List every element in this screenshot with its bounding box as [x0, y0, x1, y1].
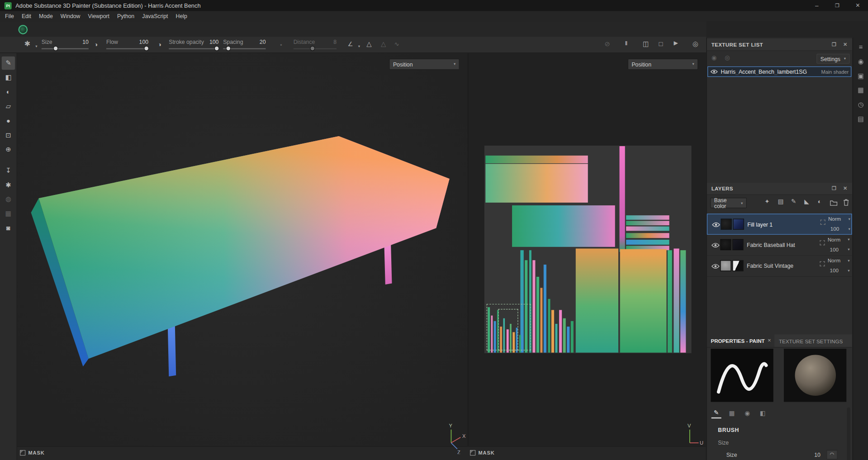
- settings-tool[interactable]: ✱: [2, 178, 15, 191]
- paint-tool[interactable]: ✎: [2, 57, 15, 70]
- blend-mode-select[interactable]: Norm ▾: [828, 237, 850, 242]
- add-paint-layer-icon[interactable]: ▤: [778, 199, 784, 204]
- eraser-tool[interactable]: ◧: [2, 71, 15, 84]
- layer-thumbnail[interactable]: [720, 239, 731, 250]
- uv-view-toggle-icon[interactable]: ◎: [725, 55, 730, 61]
- smudge-tool[interactable]: ●: [2, 114, 15, 127]
- screenshot-camera-icon[interactable]: ◎: [693, 40, 698, 47]
- tab-close-icon[interactable]: ✕: [768, 338, 771, 343]
- mask-icon[interactable]: [470, 450, 475, 455]
- opacity-select[interactable]: 100 ▾: [830, 247, 850, 252]
- export-tool[interactable]: ↧: [2, 164, 15, 177]
- shader-settings-icon[interactable]: ◉: [853, 55, 868, 67]
- layer-row-fabric-baseball-hat[interactable]: Fabric Baseball Hat Norm ▾ 100 ▾: [707, 235, 852, 256]
- detach-panel-icon[interactable]: ❐: [832, 186, 836, 191]
- group-folder-icon[interactable]: [830, 199, 838, 206]
- close-panel-icon[interactable]: ✕: [843, 186, 848, 191]
- channel-select-3d[interactable]: Position ▾: [389, 59, 459, 70]
- add-effect-icon[interactable]: ✦: [764, 199, 769, 204]
- clone-tool[interactable]: ⊡: [2, 128, 15, 142]
- blend-mode-select[interactable]: Norm ▾: [828, 257, 850, 263]
- texture-set-row[interactable]: Harris_Accent_Bench_lambert1SG Main shad…: [707, 66, 851, 77]
- texture-set-settings-dropdown[interactable]: Settings ▾: [816, 54, 849, 64]
- detach-panel-icon[interactable]: ❐: [832, 42, 836, 47]
- spacing-slider[interactable]: [223, 45, 266, 52]
- viewport-2d[interactable]: Position ▾: [468, 53, 706, 460]
- menu-viewport[interactable]: Viewport: [84, 13, 114, 19]
- texture-set-settings-icon[interactable]: ▣: [853, 70, 868, 82]
- channel-select-2d[interactable]: Position ▾: [628, 59, 698, 70]
- split-view-icon[interactable]: ◫: [643, 40, 649, 47]
- angle-chevron-icon[interactable]: ▾: [358, 44, 360, 49]
- brush-alpha-chevron-icon[interactable]: ▾: [35, 44, 37, 49]
- layer-mask-thumbnail[interactable]: [732, 239, 743, 250]
- opacity-value: 100: [830, 267, 839, 273]
- layer-row-fabric-suit-vintage[interactable]: Fabric Suit Vintage Norm ▾ 100 ▾: [707, 256, 852, 277]
- eye-icon[interactable]: [710, 69, 718, 74]
- minimize-button[interactable]: –: [806, 0, 827, 11]
- subtab-stencil-icon[interactable]: ◉: [742, 408, 752, 418]
- stroke-opacity-slider[interactable]: [169, 45, 218, 52]
- maximize-button[interactable]: ❐: [827, 0, 847, 11]
- material-view-toggle-icon[interactable]: ◉: [711, 55, 717, 61]
- subtab-brush-icon[interactable]: ✎: [711, 408, 721, 418]
- distance-dot-icon: •: [280, 43, 282, 48]
- opacity-select[interactable]: 100 ▾: [830, 226, 850, 232]
- flow-parameter: Flow100: [106, 39, 148, 52]
- menu-help[interactable]: Help: [172, 13, 191, 19]
- tab-texture-set-settings[interactable]: TEXTURE SET SETTINGS: [779, 338, 843, 344]
- close-button[interactable]: ✕: [848, 0, 868, 11]
- flow-slider[interactable]: [106, 45, 148, 52]
- mask-icon[interactable]: [20, 450, 25, 455]
- opacity-select[interactable]: 100 ▾: [830, 267, 850, 273]
- tool-options-bar: ✱ ▾ Size10 ◑ Flow100 ◑ Stroke opacity100…: [0, 37, 707, 53]
- history-icon[interactable]: ◷: [853, 99, 868, 111]
- properties-scrollbar-track[interactable]: [847, 408, 850, 460]
- size-slider[interactable]: [42, 45, 89, 52]
- layer-mask-thumbnail[interactable]: [732, 260, 743, 271]
- symmetry-icon[interactable]: △: [366, 40, 371, 47]
- add-brush-icon[interactable]: ✎: [791, 199, 796, 204]
- add-mask-icon[interactable]: ◐: [818, 199, 821, 204]
- pause-engine-icon[interactable]: ‖: [625, 40, 628, 46]
- menu-javascript[interactable]: JavaScript: [138, 13, 172, 19]
- flow-falloff-icon[interactable]: ◑: [94, 42, 98, 47]
- layer-row-fill-layer-1[interactable]: Fill layer 1 Norm ▾ 100 ▾: [707, 213, 852, 235]
- layer-thumbnail[interactable]: [720, 260, 731, 271]
- log-icon[interactable]: ▤: [853, 113, 868, 125]
- assets-panel-icon[interactable]: ▦: [853, 84, 868, 96]
- blend-mode-select[interactable]: Norm ▾: [828, 216, 850, 222]
- uv-island-strip: [626, 227, 669, 231]
- close-panel-icon[interactable]: ✕: [843, 42, 848, 47]
- trash-icon[interactable]: [843, 199, 849, 206]
- eye-icon[interactable]: [711, 264, 720, 269]
- projection-tool[interactable]: ◐: [2, 85, 15, 98]
- subtab-alpha-icon[interactable]: ▦: [727, 408, 737, 418]
- video-capture-icon[interactable]: ▶: [674, 40, 678, 46]
- display-tool[interactable]: ◙: [2, 222, 15, 235]
- add-fill-layer-icon[interactable]: ◣: [804, 199, 809, 204]
- display-settings-icon[interactable]: ≡: [853, 41, 868, 53]
- menu-python[interactable]: Python: [114, 13, 138, 19]
- tab-properties-paint[interactable]: PROPERTIES - PAINT ✕: [707, 334, 774, 347]
- menu-mode[interactable]: Mode: [35, 13, 57, 19]
- layer-thumbnail[interactable]: [721, 218, 731, 229]
- angle-icon[interactable]: ∠: [348, 41, 353, 47]
- opacity-falloff-icon[interactable]: ◑: [158, 42, 161, 47]
- menu-edit[interactable]: Edit: [18, 13, 35, 19]
- pressure-toggle[interactable]: ◠: [826, 450, 837, 460]
- brush-alpha-icon[interactable]: ✱: [24, 40, 30, 47]
- channel-filter-dropdown[interactable]: Base color ▾: [710, 198, 747, 208]
- brush-preset-thumbnail[interactable]: [18, 25, 28, 34]
- menu-file[interactable]: File: [1, 13, 18, 19]
- viewport-3d[interactable]: Position ▾: [17, 53, 468, 460]
- menu-window[interactable]: Window: [57, 13, 84, 19]
- perspective-icon[interactable]: □: [659, 40, 663, 47]
- eye-icon[interactable]: [712, 222, 720, 228]
- subtab-material-icon[interactable]: ◧: [758, 408, 768, 418]
- eye-icon[interactable]: [711, 242, 720, 248]
- hide-ui-icon[interactable]: ⊘: [604, 40, 610, 47]
- material-picker-tool[interactable]: ⊕: [2, 143, 15, 156]
- layer-mask-thumbnail[interactable]: [733, 218, 744, 229]
- polygon-fill-tool[interactable]: ▱: [2, 100, 15, 113]
